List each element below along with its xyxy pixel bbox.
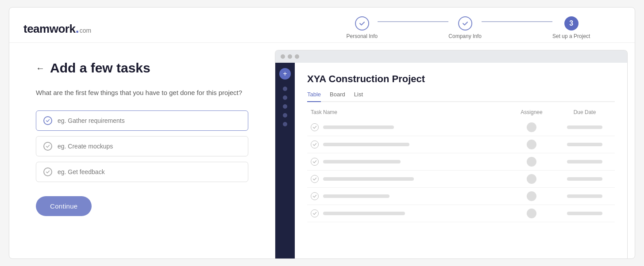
browser-dot-3 (295, 54, 299, 59)
assignee-avatar-2 (527, 140, 536, 149)
assignee-avatar-5 (527, 191, 536, 201)
assignee-avatar-3 (527, 157, 536, 167)
task-input-3-wrapper[interactable] (36, 162, 248, 182)
browser-content: + XYA Construction Project Table Boa (275, 63, 627, 258)
task-input-2[interactable] (58, 143, 241, 150)
assignee-cell-2 (505, 140, 558, 149)
table-row (307, 188, 615, 205)
project-area: XYA Construction Project Table Board Lis… (295, 63, 627, 258)
page-container: teamwork . com Personal Info (9, 7, 635, 259)
sidebar-nav-dot-3 (283, 104, 287, 109)
task-cell-4 (311, 175, 505, 183)
task-check-2 (311, 141, 319, 148)
step-1-label: Personal Info (347, 33, 378, 39)
due-date-bar-2 (567, 143, 602, 146)
back-title-group: ← Add a few tasks (36, 61, 248, 76)
assignee-cell-5 (505, 191, 558, 201)
due-date-cell-6 (558, 212, 611, 215)
task-cell-3 (311, 158, 505, 166)
task-check-1 (311, 123, 319, 131)
task-bar-4 (323, 177, 414, 181)
task-input-1-wrapper[interactable] (36, 110, 248, 131)
tab-board[interactable]: Board (330, 91, 345, 101)
task-bar-6 (323, 212, 405, 215)
task-input-2-wrapper[interactable] (36, 136, 248, 156)
due-date-cell-4 (558, 177, 611, 181)
assignee-avatar-4 (527, 174, 536, 184)
logo: teamwork . com (23, 22, 91, 36)
page-title: Add a few tasks (50, 61, 150, 76)
table-row (307, 171, 615, 188)
task-check-4 (311, 175, 319, 183)
step-3-circle: 3 (564, 16, 578, 30)
header-assignee: Assignee (505, 109, 558, 115)
assignee-cell-6 (505, 209, 558, 218)
task-check-3 (311, 158, 319, 166)
assignee-avatar-1 (527, 122, 536, 132)
step-1-circle (355, 16, 369, 30)
step-setup-project: 3 Set up a Project (552, 16, 590, 39)
sidebar-nav-dot-1 (283, 87, 287, 91)
due-date-bar-5 (567, 194, 602, 198)
header: teamwork . com Personal Info (9, 8, 635, 43)
step-company-info: Company Info (448, 16, 482, 39)
due-date-bar-1 (567, 125, 602, 129)
table-row (307, 136, 615, 153)
step-connector-2 (482, 21, 552, 22)
task-check-icon-2 (43, 142, 52, 151)
due-date-bar-3 (567, 160, 602, 163)
logo-dot: . (75, 22, 79, 35)
sidebar-nav-dot-5 (283, 122, 287, 126)
task-input-1[interactable] (58, 117, 241, 124)
continue-button[interactable]: Continue (36, 196, 92, 216)
table-header: Task Name Assignee Due Date (307, 109, 615, 115)
tab-list[interactable]: List (354, 91, 363, 101)
task-check-icon-3 (43, 167, 52, 176)
assignee-avatar-6 (527, 209, 536, 218)
assignee-cell-3 (505, 157, 558, 167)
sidebar-add-button[interactable]: + (279, 68, 291, 80)
progress-steps: Personal Info Company Info 3 Set up a Pr… (347, 16, 590, 39)
logo-teamwork-text: teamwork (23, 22, 75, 36)
step-2-circle (458, 16, 472, 30)
due-date-cell-1 (558, 125, 611, 129)
browser-bar (275, 50, 627, 63)
task-bar-1 (323, 125, 394, 129)
browser-dot-1 (281, 54, 285, 59)
tab-table[interactable]: Table (307, 91, 321, 102)
header-due-date: Due Date (558, 109, 611, 115)
subtitle-text: What are the first few things that you h… (36, 88, 248, 98)
app-sidebar: + (275, 63, 295, 258)
sidebar-nav-dot-4 (283, 113, 287, 118)
left-panel: ← Add a few tasks What are the first few… (9, 43, 275, 258)
due-date-cell-2 (558, 143, 611, 146)
step-connector-1 (378, 21, 448, 22)
due-date-cell-5 (558, 194, 611, 198)
step-2-label: Company Info (448, 33, 482, 39)
assignee-cell-1 (505, 122, 558, 132)
step-3-label: Set up a Project (552, 33, 590, 39)
task-cell-1 (311, 123, 505, 131)
step-personal-info: Personal Info (347, 16, 378, 39)
task-input-group (36, 110, 248, 182)
task-check-icon-1 (43, 116, 52, 125)
browser-dot-2 (288, 54, 292, 59)
main-content: ← Add a few tasks What are the first few… (9, 43, 635, 258)
sidebar-nav-dot-2 (283, 95, 287, 100)
due-date-cell-3 (558, 160, 611, 163)
back-arrow-icon[interactable]: ← (36, 63, 45, 73)
task-input-3[interactable] (58, 168, 241, 175)
task-cell-5 (311, 192, 505, 200)
logo-com-text: com (80, 27, 91, 34)
task-cell-6 (311, 209, 505, 217)
table-row (307, 153, 615, 171)
assignee-cell-4 (505, 174, 558, 184)
due-date-bar-4 (567, 177, 602, 181)
header-task-name: Task Name (311, 109, 505, 115)
project-tabs: Table Board List (307, 91, 615, 102)
task-bar-3 (323, 160, 401, 163)
due-date-bar-6 (567, 212, 602, 215)
right-panel: + XYA Construction Project Table Boa (275, 43, 635, 258)
browser-window: + XYA Construction Project Table Boa (275, 50, 628, 258)
task-cell-2 (311, 141, 505, 148)
